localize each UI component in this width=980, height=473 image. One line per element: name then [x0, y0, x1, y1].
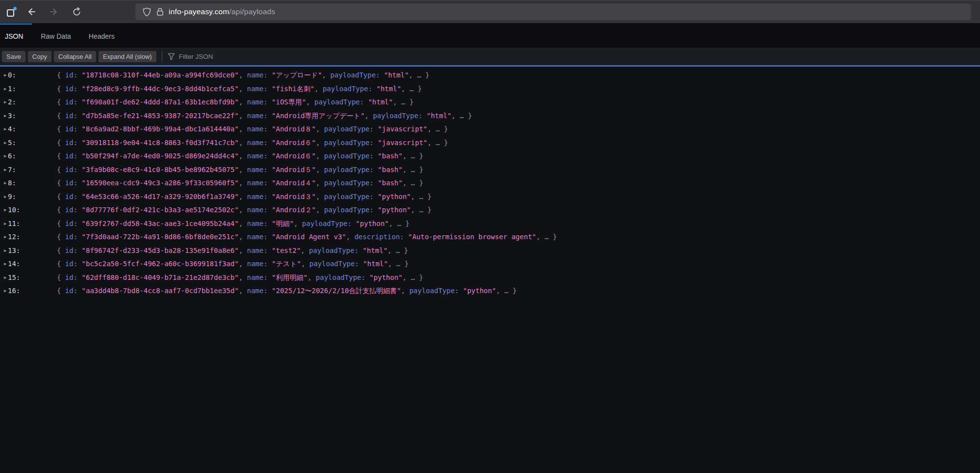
- property-value: "b50f294f-a7de-4ed0-9025-d869e24dd4c4": [82, 152, 239, 160]
- expand-arrow-icon[interactable]: ▶: [0, 217, 8, 231]
- json-content-panel[interactable]: ▶0:{ id: "18718c08-310f-44eb-a09a-a994fc…: [0, 65, 980, 473]
- open-brace: {: [57, 125, 65, 133]
- expand-arrow-icon[interactable]: ▶: [0, 136, 8, 150]
- expand-arrow-icon[interactable]: ▶: [0, 69, 8, 82]
- expand-arrow-icon[interactable]: ▶: [0, 176, 8, 190]
- pair-separator: ,: [388, 260, 396, 268]
- property-value: "bash": [378, 179, 403, 187]
- expand-arrow-icon[interactable]: ▶: [0, 82, 8, 96]
- json-row[interactable]: ▶6:{ id: "b50f294f-a7de-4ed0-9025-d869e2…: [0, 149, 980, 163]
- expand-arrow-icon[interactable]: ▶: [0, 190, 8, 204]
- ellipsis-close-brace: … }: [396, 247, 408, 254]
- window-outline-icon: [7, 9, 14, 17]
- tab-headers[interactable]: Headers: [80, 24, 124, 48]
- back-button[interactable]: [24, 4, 39, 20]
- expand-all-button[interactable]: Expand All (slow): [99, 51, 156, 62]
- expand-arrow-icon[interactable]: ▶: [0, 203, 8, 217]
- collapse-all-button[interactable]: Collapse All: [54, 51, 96, 62]
- json-row[interactable]: ▶10:{ id: "8d77776f-0df2-421c-b3a3-ae517…: [0, 203, 980, 217]
- expand-arrow-icon[interactable]: ▶: [0, 96, 8, 109]
- url-text: info-payeasy.com/api/payloads: [169, 7, 275, 16]
- json-row[interactable]: ▶14:{ id: "bc5c2a50-5fcf-4962-a60c-b3699…: [0, 257, 980, 271]
- json-rows: ▶0:{ id: "18718c08-310f-44eb-a09a-a994fc…: [0, 69, 980, 298]
- expand-arrow-icon[interactable]: ▶: [0, 163, 8, 177]
- filter-json-input[interactable]: [179, 53, 375, 60]
- save-button[interactable]: Save: [2, 51, 25, 62]
- property-key: name:: [247, 247, 272, 254]
- expand-arrow-icon[interactable]: ▶: [0, 271, 8, 285]
- property-key: payloadType:: [324, 166, 378, 174]
- json-row[interactable]: ▶3:{ id: "d7b5a85e-fe21-4853-9387-20217b…: [0, 109, 980, 123]
- pair-separator: ,: [346, 233, 354, 241]
- pair-separator: ,: [239, 85, 247, 93]
- property-key: payloadType:: [324, 193, 378, 200]
- pair-separator: ,: [322, 71, 330, 79]
- property-value: "javascript": [378, 139, 427, 147]
- property-key: name:: [247, 260, 272, 268]
- property-key: payloadType:: [324, 206, 378, 214]
- json-row[interactable]: ▶16:{ id: "aa3dd4b8-7bd8-4cc8-aaf7-0cd7b…: [0, 284, 980, 298]
- json-row[interactable]: ▶4:{ id: "8c6a9ad2-8bbf-469b-99a4-dbc1a6…: [0, 123, 980, 136]
- lock-icon[interactable]: [156, 7, 164, 16]
- row-object-preview: { id: "b50f294f-a7de-4ed0-9025-d869e24dd…: [57, 149, 423, 163]
- property-key: name:: [247, 125, 272, 133]
- property-key: payloadType:: [302, 220, 356, 227]
- json-row[interactable]: ▶2:{ id: "f690a01f-de62-4ddd-87a1-63b1ec…: [0, 96, 980, 109]
- row-index: 4:: [8, 123, 57, 136]
- expand-arrow-icon[interactable]: ▶: [0, 123, 8, 136]
- pair-separator: ,: [306, 98, 314, 106]
- ellipsis-close-brace: … }: [396, 260, 408, 268]
- property-value: "Android Agent v3": [272, 233, 346, 241]
- copy-button[interactable]: Copy: [28, 51, 51, 62]
- property-key: name:: [247, 179, 272, 187]
- shield-icon[interactable]: [142, 7, 151, 17]
- row-object-preview: { id: "8d77776f-0df2-421c-b3a3-ae5174e25…: [57, 203, 431, 217]
- expand-arrow-icon[interactable]: ▶: [0, 230, 8, 244]
- json-row[interactable]: ▶11:{ id: "639f2767-dd58-43ac-aae3-1ce40…: [0, 217, 980, 231]
- row-object-preview: { id: "62dff880-d18c-4049-b71a-21e2d87de…: [57, 271, 423, 285]
- property-value: "html": [384, 71, 409, 79]
- open-brace: {: [57, 206, 65, 214]
- property-value: "python": [378, 193, 411, 200]
- property-key: payloadType:: [409, 287, 463, 295]
- url-domain: info-payeasy.com: [169, 7, 229, 16]
- row-object-preview: { id: "18718c08-310f-44eb-a09a-a994fc69d…: [57, 69, 429, 82]
- expand-arrow-icon[interactable]: ▶: [0, 257, 8, 271]
- tab-raw-data[interactable]: Raw Data: [32, 24, 79, 48]
- row-index: 10:: [8, 203, 57, 217]
- pair-separator: ,: [316, 166, 324, 174]
- forward-button[interactable]: [46, 4, 62, 20]
- json-row[interactable]: ▶7:{ id: "3fa9b08c-e8c9-41c0-8b45-be8962…: [0, 163, 980, 177]
- pair-separator: ,: [239, 166, 247, 174]
- reload-button[interactable]: [69, 4, 84, 20]
- json-row[interactable]: ▶15:{ id: "62dff880-d18c-4049-b71a-21e2d…: [0, 271, 980, 285]
- tab-favicon-icon[interactable]: [7, 7, 17, 17]
- expand-arrow-icon[interactable]: ▶: [0, 284, 8, 298]
- expand-arrow-icon[interactable]: ▶: [0, 109, 8, 123]
- row-index: 5:: [8, 136, 57, 150]
- json-row[interactable]: ▶5:{ id: "30918118-9e04-41c8-8863-f0d3f7…: [0, 136, 980, 150]
- json-row[interactable]: ▶12:{ id: "7f3d0aad-722b-4a91-8d86-6bf8d…: [0, 230, 980, 244]
- expand-arrow-icon[interactable]: ▶: [0, 244, 8, 258]
- json-row[interactable]: ▶1:{ id: "f28ed8c9-9ffb-44dc-9ec3-8dd4b1…: [0, 82, 980, 96]
- pair-separator: ,: [239, 179, 247, 187]
- pair-separator: ,: [239, 71, 247, 79]
- property-key: id:: [65, 233, 82, 241]
- property-key: payloadType:: [314, 98, 368, 106]
- json-row[interactable]: ▶0:{ id: "18718c08-310f-44eb-a09a-a994fc…: [0, 69, 980, 82]
- property-value: "python": [356, 220, 389, 227]
- pair-separator: ,: [393, 98, 401, 106]
- row-object-preview: { id: "639f2767-dd58-43ac-aae3-1ce4095b2…: [57, 217, 409, 231]
- json-row[interactable]: ▶9:{ id: "64e53c66-a526-4d17-a329-920b6f…: [0, 190, 980, 204]
- property-key: payloadType:: [324, 179, 378, 187]
- expand-arrow-icon[interactable]: ▶: [0, 149, 8, 163]
- property-value: "test2": [272, 247, 301, 254]
- row-index: 1:: [8, 82, 57, 96]
- json-row[interactable]: ▶13:{ id: "8f96742f-d233-45d3-ba28-135e9…: [0, 244, 980, 258]
- address-bar[interactable]: info-payeasy.com/api/payloads: [135, 3, 971, 20]
- tab-json[interactable]: JSON: [0, 24, 32, 48]
- json-row[interactable]: ▶8:{ id: "16590eea-cdc9-49c3-a286-9f33c0…: [0, 176, 980, 190]
- pair-separator: ,: [411, 206, 419, 214]
- row-object-preview: { id: "8c6a9ad2-8bbf-469b-99a4-dbc1a6144…: [57, 123, 448, 136]
- ellipsis-close-brace: … }: [460, 112, 472, 120]
